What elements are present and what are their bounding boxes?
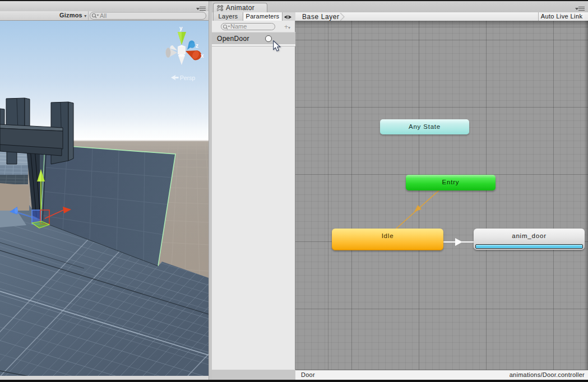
- svg-text:Persp: Persp: [180, 74, 196, 81]
- svg-text:y: y: [179, 25, 183, 31]
- svg-text:x: x: [201, 53, 204, 59]
- svg-text:z: z: [196, 43, 198, 49]
